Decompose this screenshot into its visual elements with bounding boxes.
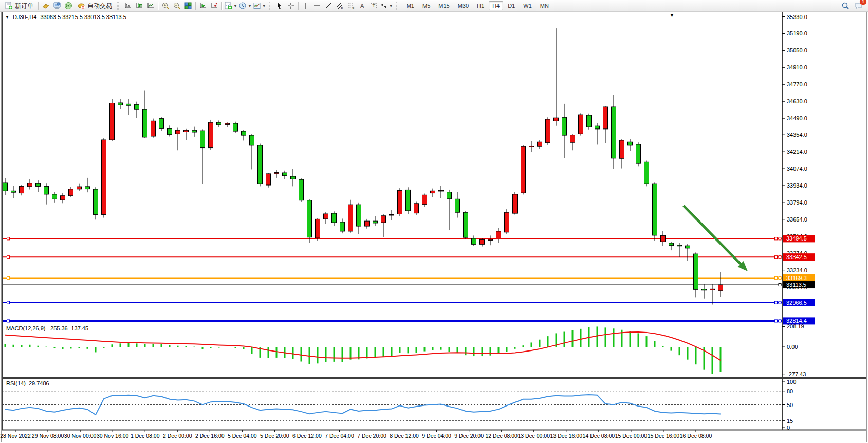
trendline-tool[interactable]	[323, 0, 334, 11]
chart-ohlc: 33063.5 33215.5 33013.5 33113.5	[40, 14, 126, 20]
templates-button[interactable]: ▼	[252, 0, 267, 11]
candle	[587, 115, 592, 127]
auto-scroll-button[interactable]	[197, 0, 209, 11]
candle	[570, 135, 575, 143]
periods-button[interactable]: ▼	[238, 0, 252, 11]
chart-shift-button[interactable]	[209, 0, 220, 11]
candle	[135, 104, 139, 109]
period-H1[interactable]: H1	[473, 1, 488, 10]
candle	[464, 212, 468, 237]
price-tick: 34910.0	[787, 64, 807, 70]
candle	[620, 140, 624, 158]
period-M30[interactable]: M30	[454, 1, 472, 10]
time-tick: 9 Dec 04:00	[422, 433, 451, 439]
horizontal-line-tool[interactable]	[311, 0, 323, 11]
new-order-button[interactable]: 新订单	[2, 0, 36, 11]
autotrading-icon	[77, 2, 85, 10]
candle	[36, 183, 41, 186]
line-handle[interactable]	[7, 320, 10, 322]
macd-axis-tick: 0.00	[787, 344, 798, 350]
candle	[192, 130, 197, 132]
candle	[677, 245, 682, 246]
time-tick: 5 Dec 20:00	[260, 433, 289, 439]
candle	[447, 192, 452, 199]
line-handle[interactable]	[775, 320, 778, 322]
period-W1[interactable]: W1	[520, 1, 535, 10]
scroll-end-marker[interactable]: ▼	[670, 13, 674, 18]
candle	[266, 174, 271, 185]
autotrading-button[interactable]: 自动交易	[74, 0, 115, 11]
arrows-tool[interactable]: ▼	[379, 0, 394, 11]
line-handle[interactable]	[775, 237, 778, 240]
time-tick: 8 Dec 12:00	[390, 433, 419, 439]
chevron-down-icon: ▼	[389, 4, 393, 8]
candle	[653, 184, 657, 235]
line-handle[interactable]	[775, 256, 778, 259]
time-tick: 15 Dec 16:00	[648, 433, 680, 439]
price-tick: 35330.0	[787, 14, 807, 20]
period-M1[interactable]: M1	[403, 1, 418, 10]
line-handle[interactable]	[7, 301, 10, 304]
line-handle[interactable]	[7, 276, 10, 279]
candle	[324, 214, 328, 219]
candle	[595, 126, 600, 129]
vertical-line-tool[interactable]	[300, 0, 311, 11]
period-H4[interactable]: H4	[489, 1, 503, 10]
price-tag-33342.5: 33342.5	[779, 253, 815, 261]
time-tick: 12 Dec 08:00	[485, 433, 518, 439]
line-chart-icon	[146, 2, 155, 10]
rsi-value: 29.7486	[29, 380, 49, 386]
price-tick: 33794.0	[787, 199, 807, 206]
candle	[455, 199, 460, 212]
symbol-dropdown-icon[interactable]: ▼	[5, 15, 9, 20]
period-M15[interactable]: M15	[435, 1, 453, 10]
svg-text:T: T	[372, 3, 375, 8]
zoom-in-button[interactable]	[160, 0, 171, 11]
period-M5[interactable]: M5	[419, 1, 434, 10]
market-book-button[interactable]	[40, 0, 51, 11]
zoom-out-button[interactable]	[171, 0, 182, 11]
line-chart-button[interactable]	[145, 0, 156, 11]
line-handle[interactable]	[7, 237, 10, 240]
search-icon[interactable]	[841, 2, 849, 10]
zoom-out-icon	[173, 2, 181, 10]
text-tool[interactable]: A	[357, 0, 368, 11]
rsi-axis-tick: 50	[787, 402, 793, 408]
bar-chart-button[interactable]	[122, 0, 134, 11]
macd-axis-tick: -277.43	[787, 371, 806, 377]
candle	[406, 190, 411, 210]
time-tick: 29 Nov 08:00	[32, 433, 64, 439]
candle	[480, 239, 485, 244]
line-handle[interactable]	[775, 301, 778, 304]
candlestick-chart-button[interactable]	[134, 0, 145, 11]
chart-shift-icon	[210, 2, 218, 10]
candle	[110, 103, 115, 140]
channel-tool[interactable]: E	[334, 0, 345, 11]
text-label-icon: T	[370, 2, 378, 10]
candle	[612, 107, 616, 158]
candle	[61, 196, 65, 200]
text-label-tool[interactable]: T	[368, 0, 379, 11]
tile-windows-button[interactable]	[182, 0, 194, 11]
candle	[669, 243, 674, 246]
candle	[505, 212, 509, 232]
period-D1[interactable]: D1	[504, 1, 519, 10]
time-tick: 14 Dec 08:00	[583, 433, 615, 439]
price-chart-canvas[interactable]: 35330.035190.035050.034910.034770.034630…	[0, 0, 868, 443]
candle	[546, 119, 550, 143]
period-MN[interactable]: MN	[537, 1, 552, 10]
signals-button[interactable]	[63, 0, 74, 11]
autotrading-label: 自动交易	[87, 2, 112, 10]
indicators-button[interactable]: ▼	[224, 0, 238, 11]
fibonacci-tool[interactable]: F	[345, 0, 357, 11]
candle	[603, 107, 608, 129]
time-tick: 30 Nov 16:00	[97, 433, 129, 439]
line-handle[interactable]	[7, 256, 10, 259]
line-handle[interactable]	[775, 276, 778, 279]
notifications-button[interactable]: 1	[855, 2, 863, 10]
candlestick-icon	[135, 2, 143, 10]
crosshair-tool-button[interactable]	[285, 0, 297, 11]
candle	[718, 285, 723, 291]
cursor-tool-button[interactable]	[274, 0, 285, 11]
terminal-button[interactable]	[51, 0, 63, 11]
